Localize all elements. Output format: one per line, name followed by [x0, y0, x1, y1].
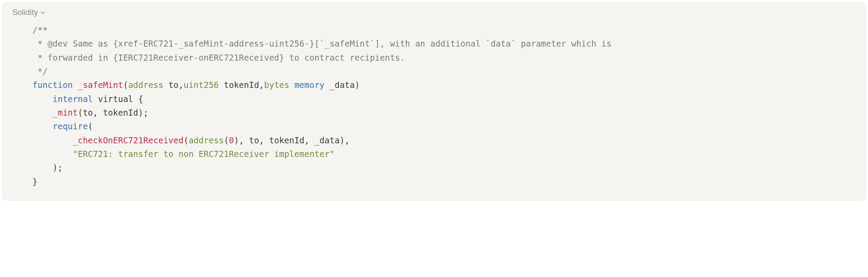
args: ), to, tokenId, _data),	[234, 135, 349, 145]
paren: );	[53, 163, 63, 172]
chevron-down-icon	[40, 10, 46, 16]
param: _data)	[324, 80, 360, 90]
keyword: require	[53, 121, 88, 131]
type: address	[188, 135, 224, 145]
param: to,	[163, 80, 184, 90]
code-block: Solidity /** * @dev Same as {xref-ERC721…	[2, 2, 866, 201]
comment-line: /**	[33, 25, 48, 35]
type: uint256	[184, 80, 219, 90]
paren: (	[88, 121, 93, 131]
comment-line: */	[33, 66, 48, 76]
function-call: _checkOnERC721Received	[73, 135, 184, 145]
paren: (	[184, 135, 188, 145]
code-content: /** * @dev Same as {xref-ERC721-_safeMin…	[12, 23, 856, 189]
language-selector[interactable]: Solidity	[12, 8, 46, 17]
comment-line: * forwarded in {IERC721Receiver-onERC721…	[33, 53, 405, 62]
string: "ERC721: transfer to non ERC721Receiver …	[73, 149, 335, 159]
language-label: Solidity	[12, 8, 38, 17]
function-call: _mint	[53, 108, 78, 117]
brace: }	[33, 177, 37, 186]
paren: (	[224, 135, 228, 145]
keyword: virtual {	[93, 94, 143, 104]
function-name: _safeMint	[78, 80, 123, 90]
comment-line: * @dev Same as {xref-ERC721-_safeMint-ad…	[33, 39, 611, 48]
type: bytes	[264, 80, 289, 90]
keyword: memory	[294, 80, 325, 90]
args: (to, tokenId);	[78, 108, 148, 117]
keyword: function	[33, 80, 73, 90]
number: 0	[229, 135, 234, 145]
param: tokenId,	[219, 80, 264, 90]
keyword: internal	[53, 94, 93, 104]
type: address	[128, 80, 163, 90]
